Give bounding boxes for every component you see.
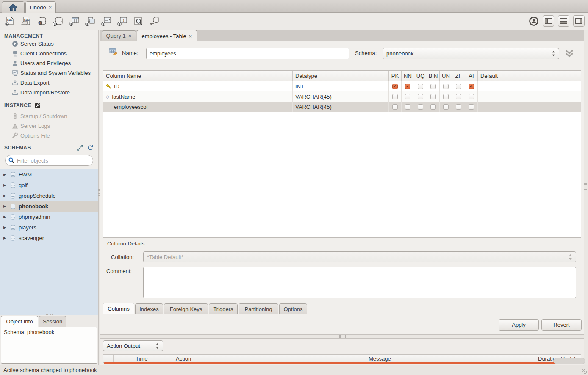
expander-icon[interactable]: ▶ (3, 194, 7, 198)
close-icon[interactable]: × (189, 33, 192, 39)
nn-checkbox[interactable] (405, 94, 410, 99)
expander-icon[interactable]: ▶ (3, 236, 7, 240)
splitter-grip[interactable] (584, 183, 587, 190)
subtab-partitioning[interactable]: Partitioning (239, 303, 278, 314)
toggle-bottom-panel-button[interactable] (558, 15, 569, 27)
schema-row[interactable]: ▶ golf (0, 180, 98, 190)
revert-button[interactable]: Revert (541, 319, 582, 331)
schema-row[interactable]: ▶ players (0, 222, 98, 233)
refresh-schemas-icon[interactable] (87, 145, 93, 151)
name-label: Name: (122, 50, 138, 56)
home-tab[interactable] (2, 1, 25, 13)
sidebar-item-server-logs[interactable]: Server Logs (0, 121, 98, 131)
sidebar-item-label: Options File (20, 132, 50, 139)
connection-tab[interactable]: Linode × (25, 1, 56, 13)
create-schema-button[interactable] (52, 15, 64, 28)
nn-checkbox[interactable] (405, 84, 410, 89)
zf-checkbox[interactable] (456, 94, 461, 99)
ai-checkbox[interactable] (469, 94, 474, 99)
table-name-input[interactable] (146, 48, 349, 59)
create-stored-procedure-button[interactable] (100, 15, 113, 28)
new-query-tab-button[interactable]: SQL (3, 15, 16, 28)
subtab-triggers[interactable]: Triggers (209, 303, 238, 314)
tab-object-info[interactable]: Object Info (1, 316, 38, 327)
comment-textarea[interactable] (143, 267, 576, 298)
column-row-lastname[interactable]: ◇ lastName VARCHAR(45) (103, 91, 581, 102)
output-view-select[interactable]: Action Output (103, 340, 163, 351)
sidebar-item-status-system-variables[interactable]: Status and System Variables (0, 68, 98, 78)
subtab-foreign-keys[interactable]: Foreign Keys (164, 303, 208, 314)
comment-label: Comment: (106, 268, 132, 274)
tab-session[interactable]: Session (39, 316, 66, 327)
zf-checkbox[interactable] (456, 104, 461, 110)
subtab-label: Triggers (213, 306, 233, 312)
un-checkbox[interactable] (443, 84, 449, 89)
expander-icon[interactable]: ▶ (3, 215, 7, 219)
search-table-data-button[interactable] (132, 15, 145, 28)
user-circle-icon[interactable] (529, 16, 539, 26)
schema-filter-input[interactable] (17, 157, 85, 164)
column-row-employeescol-selected[interactable]: employeescol VARCHAR(45) (103, 102, 581, 112)
create-view-button[interactable] (84, 15, 97, 28)
sidebar-item-data-import[interactable]: Data Import/Restore (0, 88, 98, 97)
edit-table-icon (109, 47, 118, 55)
schema-select[interactable]: phonebook (383, 48, 559, 59)
schema-row[interactable]: ▶ FWM (0, 169, 98, 180)
sidebar-item-users-privileges[interactable]: Users and Privileges (0, 58, 98, 68)
subtab-columns[interactable]: Columns (103, 303, 134, 314)
column-row-id[interactable]: ID INT (103, 81, 581, 91)
subtab-options[interactable]: Options (279, 303, 307, 314)
create-function-button[interactable]: () (116, 15, 129, 28)
apply-button[interactable]: Apply (499, 319, 539, 331)
expand-schemas-icon[interactable] (77, 145, 83, 151)
bin-checkbox[interactable] (430, 84, 436, 89)
svg-text:i: i (40, 22, 41, 25)
un-checkbox[interactable] (443, 94, 449, 99)
un-checkbox[interactable] (443, 104, 449, 110)
nn-checkbox[interactable] (405, 104, 410, 110)
zf-checkbox[interactable] (456, 84, 461, 89)
bin-checkbox[interactable] (430, 104, 436, 110)
uq-checkbox[interactable] (418, 84, 423, 89)
schema-inspector-button[interactable]: i (36, 15, 48, 28)
resize-grip[interactable] (582, 369, 587, 374)
close-icon[interactable]: × (49, 4, 52, 11)
right-edge-splitter[interactable] (584, 30, 588, 365)
reconnect-database-button[interactable] (148, 15, 161, 28)
expander-icon[interactable]: ▶ (3, 173, 7, 176)
horizontal-scrollbar[interactable] (104, 362, 581, 364)
pk-checkbox[interactable] (392, 84, 398, 89)
sidebar-item-options-file[interactable]: Options File (0, 131, 98, 141)
schema-row[interactable]: ▶ phpmyadmin (0, 212, 98, 222)
schema-row[interactable]: ▶ groupSchedule (0, 190, 98, 201)
pk-checkbox[interactable] (392, 94, 398, 99)
ai-checkbox[interactable] (469, 104, 474, 110)
expander-icon[interactable]: ▶ (3, 204, 7, 208)
expander-icon[interactable]: ▶ (3, 226, 7, 229)
ai-checkbox[interactable] (469, 84, 474, 89)
subtab-indexes[interactable]: Indexes (135, 303, 163, 314)
tab-query-1[interactable]: Query 1 × (102, 30, 136, 41)
sidebar-item-data-export[interactable]: Data Export (0, 78, 98, 88)
create-table-button[interactable] (68, 15, 80, 28)
open-sql-script-button[interactable]: SQL (19, 15, 32, 28)
toggle-left-panel-button[interactable] (543, 15, 554, 27)
schema-row-selected[interactable]: ▶ phonebook (0, 201, 98, 212)
close-icon[interactable]: × (128, 33, 132, 39)
sidebar-item-client-connections[interactable]: Client Connections (0, 49, 98, 58)
toggle-right-panel-button[interactable] (573, 15, 585, 27)
expand-editor-chevron-icon[interactable] (564, 50, 574, 58)
collation-select[interactable]: *Table Default* (143, 251, 576, 262)
bin-checkbox[interactable] (430, 94, 436, 99)
schema-icon (10, 182, 16, 188)
schema-row[interactable]: ▶ scavenger (0, 233, 98, 243)
expander-icon[interactable]: ▶ (3, 183, 7, 187)
sidebar-item-startup-shutdown[interactable]: Startup / Shutdown (0, 111, 98, 121)
spinner-icon (569, 254, 572, 260)
splitter-grip[interactable] (339, 335, 346, 338)
tab-employees-table[interactable]: employees - Table × (137, 30, 197, 41)
uq-checkbox[interactable] (418, 104, 423, 110)
sidebar-item-server-status[interactable]: Server Status (0, 39, 98, 49)
pk-checkbox[interactable] (392, 104, 398, 110)
uq-checkbox[interactable] (418, 94, 423, 99)
